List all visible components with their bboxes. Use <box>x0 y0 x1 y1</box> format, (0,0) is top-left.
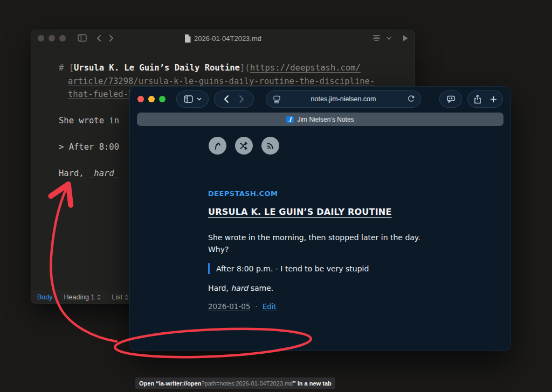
nav-buttons <box>214 90 254 108</box>
format-heading-select[interactable]: Heading 1 <box>64 293 101 301</box>
separator-dot: · <box>255 302 257 311</box>
forward-button[interactable] <box>239 95 244 103</box>
chevron-down-icon <box>197 97 202 101</box>
toolbar-divider <box>397 34 397 42</box>
extension-button[interactable] <box>439 90 462 108</box>
chevron-down-icon[interactable] <box>387 37 391 40</box>
updown-chevron-icon <box>125 295 128 300</box>
format-body-button[interactable]: Body <box>37 293 53 301</box>
view-options-icon[interactable] <box>372 34 381 41</box>
format-list-select[interactable]: List <box>112 293 128 301</box>
safari-window: notes.jim-nielsen.com J <box>129 86 511 351</box>
tab-title: Jim Nielsen’s Notes <box>297 116 354 123</box>
back-button[interactable] <box>224 95 229 103</box>
article-blockquote: After 8:00 p.m. - I tend to be very stup… <box>208 263 445 274</box>
extension-icon <box>446 95 456 103</box>
back-to-top-button[interactable] <box>209 137 226 155</box>
post-date-link[interactable]: 2026-01-05 <box>208 302 250 311</box>
page-settings-icon[interactable] <box>273 95 281 103</box>
forward-icon[interactable] <box>109 34 114 42</box>
site-favicon: J <box>286 116 294 123</box>
safari-toolbar: notes.jim-nielsen.com <box>130 87 510 111</box>
article-title-link[interactable]: URSULA K. LE GUIN’S DAILY ROUTINE <box>208 207 392 217</box>
sidebar-icon <box>184 95 193 103</box>
document-icon <box>184 34 191 43</box>
source-site-label: DEEPSTASH.COM <box>208 190 445 198</box>
markdown-heading-line: # [Ursula K. Le Guin’s Daily Routine](ht… <box>59 61 415 75</box>
zoom-button[interactable] <box>159 96 165 102</box>
article-paragraph: She wrote in the morning, then stopped l… <box>208 232 445 255</box>
updown-chevron-icon <box>97 295 101 300</box>
new-tab-icon[interactable] <box>490 96 497 103</box>
close-button[interactable] <box>38 35 44 41</box>
zoom-button[interactable] <box>59 35 66 41</box>
active-tab[interactable]: J Jim Nielsen’s Notes <box>137 113 503 126</box>
article-paragraph: Hard, hard same. <box>208 282 445 294</box>
address-bar[interactable]: notes.jim-nielsen.com <box>266 90 421 108</box>
editor-titlebar: 2026-01-04T2023.md <box>31 30 415 46</box>
edit-link[interactable]: Edit <box>263 302 277 311</box>
window-title: 2026-01-04T2023.md <box>194 34 261 43</box>
address-text: notes.jim-nielsen.com <box>311 95 376 103</box>
minimize-button[interactable] <box>148 96 155 102</box>
web-content: DEEPSTASH.COM URSULA K. LE GUIN’S DAILY … <box>130 126 510 351</box>
rss-feed-button[interactable] <box>261 137 279 155</box>
minimize-button[interactable] <box>49 35 55 41</box>
back-icon[interactable] <box>96 34 101 42</box>
action-buttons <box>467 90 503 108</box>
sidebar-toggle-icon[interactable] <box>78 34 87 42</box>
sidebar-button[interactable] <box>176 90 209 108</box>
tab-bar: J Jim Nielsen’s Notes <box>130 111 510 126</box>
random-post-button[interactable] <box>235 137 253 155</box>
link-status-bar: Open “ia-writer://open?path=notes:2026-0… <box>135 377 335 389</box>
share-icon[interactable] <box>474 95 481 104</box>
preview-play-icon[interactable] <box>403 35 408 41</box>
close-button[interactable] <box>137 96 144 102</box>
refresh-icon[interactable] <box>408 95 415 103</box>
